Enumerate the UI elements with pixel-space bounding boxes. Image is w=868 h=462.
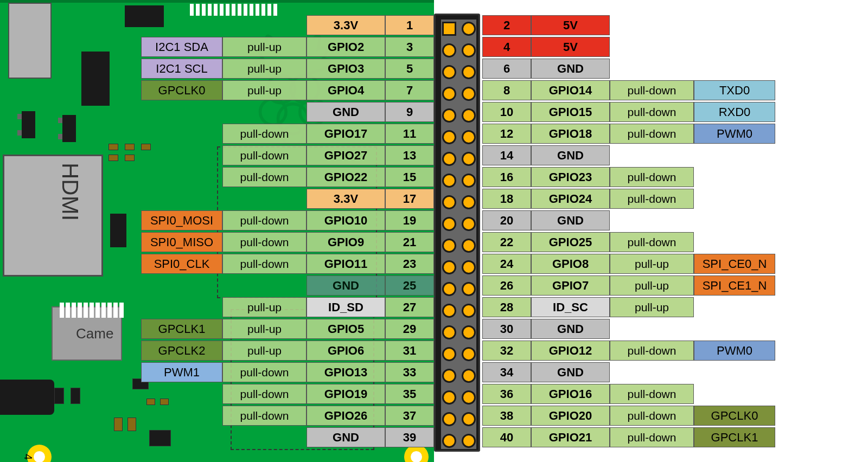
pin-cell: 40 xyxy=(482,427,531,447)
pin-cell: TXD0 xyxy=(694,80,775,100)
pin-cell: PWM1 xyxy=(141,362,222,382)
header-pin xyxy=(442,217,456,231)
pin-cell: 37 xyxy=(385,406,434,426)
pin-cell: GPIO3 xyxy=(307,59,385,79)
pin-cell: GPIO23 xyxy=(531,167,610,187)
pin-row-right: 24GPIO8pull-upSPI_CE0_N xyxy=(482,254,775,274)
pin-row-left: 39GND xyxy=(307,427,434,447)
pin-cell: pull-up xyxy=(222,341,307,361)
pin-cell: 8 xyxy=(482,80,531,100)
pin-cell: GPIO26 xyxy=(307,406,385,426)
pin-row-right: 26GPIO7pull-upSPI_CE1_N xyxy=(482,275,775,296)
header-pin xyxy=(462,87,476,101)
pin-cell: GPIO2 xyxy=(307,37,385,57)
pin-cell: PWM0 xyxy=(694,124,775,144)
pin-row-right: 16GPIO23pull-down xyxy=(482,167,694,187)
pin-row-right: 12GPIO18pull-downPWM0 xyxy=(482,124,775,144)
pin-cell: GND xyxy=(531,362,610,382)
pin-row-left: 35GPIO19pull-down xyxy=(222,384,434,404)
header-pin xyxy=(442,43,456,57)
header-pin xyxy=(442,412,456,426)
pin-cell: SPI0_MOSI xyxy=(141,210,222,230)
pin-cell: 33 xyxy=(385,362,434,382)
pin-cell: 3.3V xyxy=(307,189,385,209)
pin-cell: pull-down xyxy=(222,167,307,187)
pin-row-right: 8GPIO14pull-downTXD0 xyxy=(482,80,775,100)
pin-cell: 38 xyxy=(482,406,531,426)
header-pin xyxy=(442,434,456,448)
pin-row-right: 28ID_SCpull-up xyxy=(482,297,694,317)
header-pin xyxy=(442,390,456,405)
header-pin xyxy=(442,282,456,296)
pin-cell: pull-up xyxy=(222,297,307,317)
pin-row-right: 25V xyxy=(482,15,610,35)
pin-cell: pull-down xyxy=(610,124,694,144)
pin-cell: 16 xyxy=(482,167,531,187)
pin-cell: 24 xyxy=(482,254,531,274)
pin-row-left: 7GPIO4pull-upGPCLK0 xyxy=(141,80,434,100)
pin-row-left: 25GND xyxy=(307,275,434,296)
pin-cell: 5V xyxy=(531,37,610,57)
pin-cell: 21 xyxy=(385,232,434,252)
pin-cell: pull-up xyxy=(222,319,307,339)
pin-cell: pull-down xyxy=(610,80,694,100)
pin-cell: pull-down xyxy=(222,145,307,165)
pin-cell: pull-up xyxy=(222,59,307,79)
pin-cell: GPIO11 xyxy=(307,254,385,274)
pin-cell: GPIO25 xyxy=(531,232,610,252)
pin-cell: 3.3V xyxy=(307,15,385,35)
pin-row-left: 31GPIO6pull-upGPCLK2 xyxy=(141,341,434,361)
pin-cell: 9 xyxy=(385,102,434,122)
smd-component xyxy=(125,144,135,150)
pin-cell: 20 xyxy=(482,210,531,230)
pin-row-left: 23GPIO11pull-downSPI0_CLK xyxy=(141,254,434,274)
pin-cell: RXD0 xyxy=(694,102,775,122)
pin-cell: 35 xyxy=(385,384,434,404)
header-pin xyxy=(442,87,456,101)
pin-cell: pull-up xyxy=(610,297,694,317)
pin-cell: 6 xyxy=(482,59,531,79)
pin-row-right: 20GND xyxy=(482,210,610,230)
header-pin xyxy=(462,22,476,36)
pin-cell: SPI_CE1_N xyxy=(694,275,775,296)
smd-component xyxy=(108,144,118,150)
pin-cell: pull-up xyxy=(610,275,694,296)
pin-cell: 32 xyxy=(482,341,531,361)
display-connector-pins xyxy=(190,4,277,16)
header-pin xyxy=(462,239,476,253)
pin-cell: GPCLK1 xyxy=(694,427,775,447)
header-pin xyxy=(442,65,456,79)
audio-jack xyxy=(0,380,54,415)
pin-cell: GPIO21 xyxy=(531,427,610,447)
pin-cell: 36 xyxy=(482,384,531,404)
pin-cell: GPIO19 xyxy=(307,384,385,404)
pin-cell: 39 xyxy=(385,427,434,447)
pin-cell: pull-down xyxy=(610,189,694,209)
pin-row-left: 37GPIO26pull-down xyxy=(222,406,434,426)
smd-component xyxy=(71,388,80,404)
pin-cell: 14 xyxy=(482,145,531,165)
pin-cell: SPI_CE0_N xyxy=(694,254,775,274)
header-pin xyxy=(442,347,456,361)
pin-row-left: 13GPIO27pull-down xyxy=(222,145,434,165)
pin-cell: SPI0_CLK xyxy=(141,254,222,274)
pin-row-right: 45V xyxy=(482,37,610,57)
header-pin xyxy=(442,325,456,339)
pin-cell: 25 xyxy=(385,275,434,296)
pin-row-left: 15GPIO22pull-down xyxy=(222,167,434,187)
pin-row-right: 36GPIO16pull-down xyxy=(482,384,694,404)
svg-point-2 xyxy=(260,99,286,125)
pin-cell: GPIO12 xyxy=(531,341,610,361)
pin-cell: GPIO8 xyxy=(531,254,610,274)
pin-cell: 22 xyxy=(482,232,531,252)
pin-row-left: 3GPIO2pull-upI2C1 SDA xyxy=(141,37,434,57)
pin-row-right: 30GND xyxy=(482,319,610,339)
pin-cell: GND xyxy=(531,59,610,79)
pin-cell: 1 xyxy=(385,15,434,35)
ic-chip xyxy=(125,5,164,27)
smd-component xyxy=(54,388,64,404)
pin-cell: GPCLK0 xyxy=(694,406,775,426)
pin-cell: 17 xyxy=(385,189,434,209)
header-pin xyxy=(442,260,456,274)
pin-cell: GPCLK0 xyxy=(141,80,222,100)
